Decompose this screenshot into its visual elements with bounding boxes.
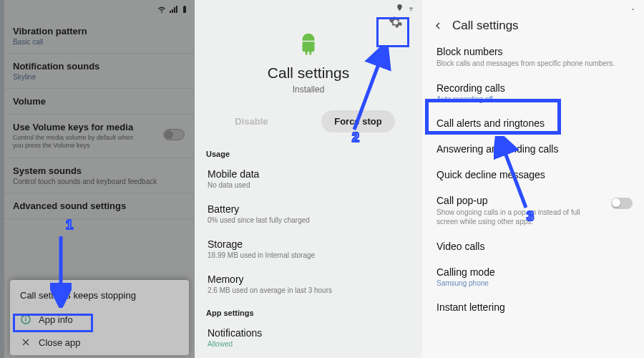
item-volume[interactable]: Volume: [4, 89, 195, 115]
notifications-label: Notifications: [208, 327, 409, 339]
item-notification-sounds[interactable]: Notification sounds Skyline: [4, 54, 195, 89]
item-quick-decline[interactable]: Quick decline messages: [422, 162, 644, 188]
system-sounds-desc: Control touch sounds and keyboard feedba…: [13, 178, 186, 185]
instant-lettering-label: Instant lettering: [436, 301, 630, 313]
panel-3-call-settings: Call settings Block numbers Block calls …: [422, 0, 644, 358]
wifi-icon: [407, 4, 415, 11]
quick-decline-label: Quick decline messages: [436, 169, 630, 180]
item-battery[interactable]: Battery 0% used since last fully charged: [195, 196, 422, 231]
notification-sounds-label: Notification sounds: [13, 61, 186, 72]
item-answering-ending[interactable]: Answering and ending calls: [422, 136, 644, 162]
mobile-data-value: No data used: [208, 181, 409, 189]
battery-label: Battery: [208, 203, 409, 215]
block-numbers-desc: Block calls and messages from specific p…: [436, 59, 630, 68]
item-memory[interactable]: Memory 2.6 MB used on average in last 3 …: [195, 266, 422, 301]
calling-mode-value: Samsung phone: [436, 279, 630, 287]
android-app-icon: [296, 32, 321, 56]
item-storage[interactable]: Storage 18.99 MB used in Internal storag…: [195, 231, 422, 266]
volume-keys-toggle[interactable]: [163, 129, 185, 140]
app-info-label: App info: [39, 314, 73, 325]
app-info-status: Installed: [195, 84, 422, 95]
status-bar: [422, 0, 644, 13]
panel-2-app-info: Call settings Installed Disable Force st…: [195, 0, 422, 358]
calling-mode-label: Calling mode: [436, 266, 630, 278]
system-sounds-label: System sounds: [13, 165, 186, 176]
crash-dialog-title: Call settings keeps stopping: [14, 286, 185, 308]
storage-label: Storage: [208, 238, 409, 250]
app-info-option[interactable]: App info: [14, 308, 185, 331]
wifi-icon: [157, 5, 166, 14]
item-vibration-pattern[interactable]: Vibration pattern Basic call: [4, 19, 195, 54]
item-recording-calls[interactable]: Recording calls Auto recording off: [422, 75, 644, 110]
call-popup-label: Call pop-up: [436, 195, 630, 206]
back-icon[interactable]: [432, 20, 444, 32]
vibration-pattern-value: Basic call: [13, 38, 186, 46]
item-calling-mode[interactable]: Calling mode Samsung phone: [422, 259, 644, 294]
item-advanced-sound[interactable]: Advanced sound settings: [4, 193, 195, 219]
status-bar: [4, 0, 195, 19]
advanced-sound-label: Advanced sound settings: [13, 200, 186, 211]
memory-label: Memory: [208, 274, 409, 285]
force-stop-button[interactable]: Force stop: [321, 110, 394, 132]
item-call-alerts[interactable]: Call alerts and ringtones: [422, 110, 644, 136]
storage-value: 18.99 MB used in Internal storage: [208, 251, 409, 259]
item-system-sounds[interactable]: System sounds Control touch sounds and k…: [4, 158, 195, 193]
settings-gear-button[interactable]: [384, 10, 408, 34]
battery-icon: [180, 5, 189, 14]
gear-icon: [389, 15, 403, 29]
notification-sounds-value: Skyline: [13, 73, 186, 81]
call-alerts-label: Call alerts and ringtones: [436, 117, 630, 129]
recording-calls-value: Auto recording off: [436, 95, 630, 103]
volume-keys-desc: Control the media volume by default when…: [13, 134, 142, 150]
battery-value: 0% used since last fully charged: [208, 216, 409, 224]
call-settings-header: Call settings: [422, 13, 644, 39]
info-icon: [20, 314, 31, 325]
item-video-calls[interactable]: Video calls: [422, 233, 644, 259]
item-volume-keys-media[interactable]: Use Volume keys for media Control the me…: [4, 115, 195, 158]
usage-section-header: Usage: [195, 142, 422, 161]
panel-1-sound-settings: Vibration pattern Basic call Notificatio…: [0, 0, 195, 358]
recording-calls-label: Recording calls: [436, 82, 630, 94]
close-app-option[interactable]: Close app: [14, 331, 185, 354]
svg-point-2: [26, 316, 26, 317]
app-info-title: Call settings: [195, 64, 422, 82]
notifications-value: Allowed: [208, 340, 409, 348]
item-block-numbers[interactable]: Block numbers Block calls and messages f…: [422, 39, 644, 75]
wifi-icon: [629, 3, 637, 11]
volume-label: Volume: [13, 96, 186, 107]
crash-dialog: Call settings keeps stopping App info Cl…: [10, 280, 189, 355]
close-app-label: Close app: [39, 337, 81, 348]
close-icon: [20, 337, 31, 348]
call-popup-desc: Show ongoing calls in a pop-up instead o…: [436, 208, 594, 226]
vibration-pattern-label: Vibration pattern: [13, 26, 186, 37]
call-popup-toggle[interactable]: [611, 198, 633, 209]
item-call-popup[interactable]: Call pop-up Show ongoing calls in a pop-…: [422, 188, 644, 233]
item-instant-lettering[interactable]: Instant lettering: [422, 294, 644, 320]
signal-icon: [169, 5, 177, 14]
block-numbers-label: Block numbers: [436, 46, 630, 57]
mobile-data-label: Mobile data: [208, 168, 409, 180]
call-settings-title: Call settings: [452, 19, 519, 33]
answering-ending-label: Answering and ending calls: [436, 143, 630, 155]
item-mobile-data[interactable]: Mobile data No data used: [195, 161, 422, 196]
video-calls-label: Video calls: [436, 241, 630, 252]
memory-value: 2.6 MB used on average in last 3 hours: [208, 286, 409, 294]
volume-keys-label: Use Volume keys for media: [13, 122, 186, 132]
disable-button[interactable]: Disable: [222, 110, 280, 132]
item-notifications[interactable]: Notifications Allowed: [195, 320, 422, 355]
app-settings-section-header: App settings: [195, 301, 422, 320]
